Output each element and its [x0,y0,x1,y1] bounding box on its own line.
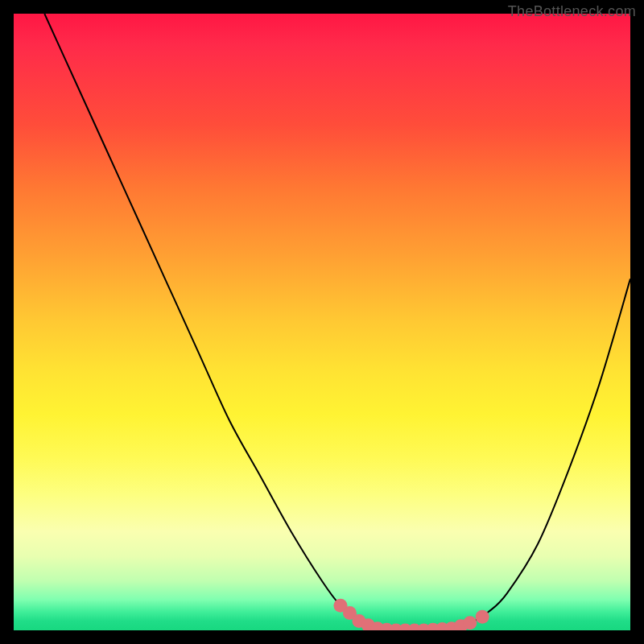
bottleneck-curve [44,14,630,630]
marker-dot [463,616,477,630]
plot-area [14,14,630,630]
marker-dot [476,610,489,624]
marker-group [333,599,489,630]
watermark-text: TheBottleneck.com [508,3,636,20]
chart-svg [14,14,630,630]
chart-container: TheBottleneck.com [0,0,644,644]
